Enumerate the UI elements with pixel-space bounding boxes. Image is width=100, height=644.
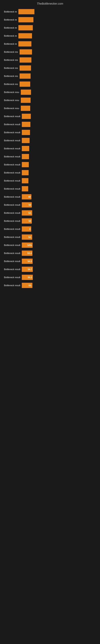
bar-row: Bottleneck result52.	[4, 234, 96, 240]
bar-fill	[21, 98, 31, 103]
bar-row: Bottleneck re	[4, 8, 96, 15]
bar-fill: 50	[22, 202, 32, 208]
bar-fill	[20, 82, 30, 87]
bar-row: Bottleneck result54%	[4, 242, 96, 248]
bar-fill: 54.7	[22, 267, 33, 272]
bar-fill	[18, 41, 31, 46]
bar-row: Bottleneck resu	[4, 97, 96, 104]
site-title: TheBottlenecker.com	[0, 0, 100, 6]
bar-row: Bottleneck res	[4, 64, 96, 72]
bar-fill: 55.2	[22, 275, 33, 280]
bar-row: Bottleneck result55.2	[4, 274, 96, 281]
bar-fill	[22, 122, 30, 127]
bar-label: Bottleneck res	[4, 75, 18, 77]
bar-label: Bottleneck result	[4, 147, 20, 150]
bar-fill	[22, 114, 31, 119]
bar-label: Bottleneck re	[4, 18, 17, 21]
bar-label: Bottleneck res	[4, 59, 18, 61]
bar-value: 53.4	[27, 252, 32, 254]
bar-fill: 53.4	[22, 250, 32, 256]
bar-fill	[20, 57, 31, 62]
bar-label: Bottleneck result	[4, 284, 20, 286]
bar-row: Bottleneck result53.	[4, 282, 96, 289]
bar-value: 50	[29, 220, 31, 222]
bar-row: Bottleneck re	[4, 24, 96, 31]
bar-label: Bottleneck result	[4, 244, 20, 246]
bar-label: Bottleneck res	[4, 51, 18, 53]
bar-fill: 54%	[22, 242, 33, 248]
bar-fill	[22, 146, 29, 151]
bar-fill: 53.	[22, 283, 32, 288]
bar-row: Bottleneck result	[4, 161, 96, 168]
bar-row: Bottleneck result	[4, 185, 96, 192]
bar-label: Bottleneck result	[4, 260, 20, 262]
bar-row: Bottleneck result	[4, 113, 96, 120]
bar-label: Bottleneck result	[4, 196, 20, 198]
bar-row: Bottleneck result	[4, 129, 96, 136]
bar-value: 52.	[28, 212, 31, 214]
bar-row: Bottleneck result	[4, 153, 96, 160]
bar-row: Bottleneck result54.3	[4, 258, 96, 265]
bar-row: Bottleneck res	[4, 81, 96, 88]
bar-fill	[22, 162, 29, 167]
bar-value: 54%	[27, 244, 32, 246]
bar-label: Bottleneck result	[4, 123, 20, 126]
bar-label: Bottleneck re	[4, 26, 17, 29]
bar-row: Bottleneck result	[4, 121, 96, 128]
bar-label: Bottleneck resu	[4, 107, 19, 110]
bar-value: 55.2	[28, 276, 32, 278]
bar-row: Bottleneck res	[4, 73, 96, 80]
bar-fill	[22, 154, 29, 159]
bar-row: Bottleneck resu	[4, 89, 96, 96]
bar-label: Bottleneck resu	[4, 91, 19, 94]
bar-row: Bottleneck result	[4, 177, 96, 184]
bar-label: Bottleneck res	[4, 67, 18, 69]
bar-value: 4	[29, 228, 30, 230]
bar-label: Bottleneck res	[4, 83, 18, 85]
bar-row: Bottleneck result50	[4, 202, 96, 208]
bar-label: Bottleneck result	[4, 131, 20, 134]
bar-row: Bottleneck result48	[4, 194, 96, 200]
bar-value: 50	[29, 204, 31, 206]
chart-container: Bottleneck reBottleneck reBottleneck reB…	[0, 6, 100, 292]
bar-label: Bottleneck result	[4, 164, 20, 166]
bar-label: Bottleneck result	[4, 172, 20, 174]
bar-row: Bottleneck res	[4, 56, 96, 64]
bar-label: Bottleneck result	[4, 212, 20, 214]
bar-fill: 52.	[22, 234, 32, 240]
bar-fill	[20, 49, 32, 54]
bar-fill	[22, 138, 30, 143]
bar-label: Bottleneck resu	[4, 99, 19, 102]
bar-fill	[21, 90, 31, 95]
bar-fill: 4	[22, 226, 31, 232]
bar-fill: 54.3	[22, 258, 33, 264]
bar-value: 48	[28, 196, 31, 198]
bar-value: 54.7	[28, 268, 32, 270]
bar-fill	[22, 130, 30, 135]
bar-label: Bottleneck result	[4, 268, 20, 270]
bar-fill	[20, 74, 31, 79]
bar-fill	[21, 106, 30, 111]
bar-label: Bottleneck result	[4, 155, 20, 158]
bar-label: Bottleneck result	[4, 139, 20, 142]
bar-fill	[22, 170, 29, 175]
bar-value: 53.	[29, 284, 32, 286]
bar-fill: 48	[22, 194, 31, 200]
bar-label: Bottleneck result	[4, 220, 20, 222]
bar-fill	[18, 17, 33, 22]
bar-row: Bottleneck re	[4, 32, 96, 39]
bar-fill: 52.	[22, 210, 32, 216]
bar-fill	[18, 25, 33, 30]
bar-value: 54.3	[28, 260, 32, 262]
bar-row: Bottleneck result4	[4, 226, 96, 232]
bar-fill	[22, 186, 28, 192]
bar-row: Bottleneck result53.4	[4, 250, 96, 256]
bar-label: Bottleneck result	[4, 228, 20, 230]
bar-row: Bottleneck result52.	[4, 210, 96, 216]
bar-label: Bottleneck re	[4, 34, 17, 37]
bar-label: Bottleneck re	[4, 10, 17, 13]
bar-fill	[18, 9, 34, 14]
bar-label: Bottleneck result	[4, 204, 20, 206]
bar-fill: 50	[22, 218, 32, 224]
bar-row: Bottleneck resu	[4, 105, 96, 112]
